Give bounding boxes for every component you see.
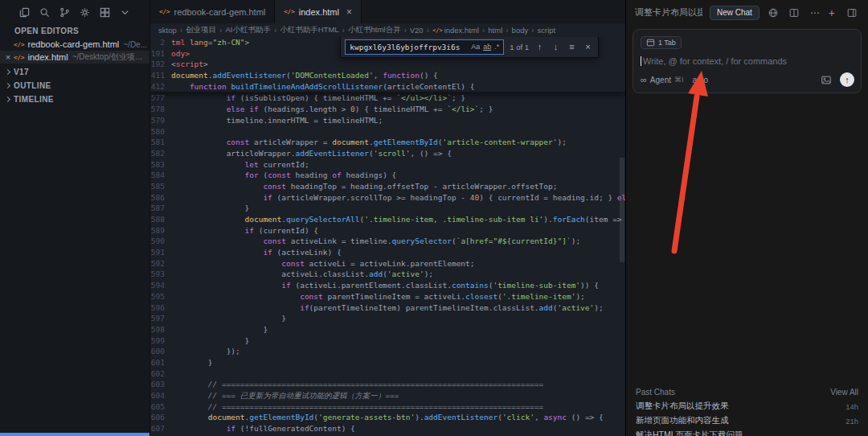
sidebar-item-folder[interactable]: V17 [0, 65, 149, 79]
chat-tab-title[interactable]: 调整卡片布局以提升 [635, 6, 702, 19]
find-in-selection-toggle[interactable]: ≡ [567, 42, 577, 53]
code-line[interactable]: 605 // =================================… [150, 401, 625, 413]
breadcrumb-item[interactable]: sktop [158, 26, 177, 35]
new-chat-button[interactable]: New Chat [710, 6, 760, 20]
code-line[interactable]: 598 } [150, 324, 625, 335]
match-case-toggle[interactable]: Aa [471, 42, 480, 53]
close-tab-icon[interactable]: × [346, 6, 352, 18]
tab-index-html[interactable]: </> index.html × [275, 0, 362, 23]
code-editor[interactable]: 2tml lang="zh-CN">191ody>192<script>411d… [150, 37, 625, 436]
breadcrumb-separator: › [506, 26, 508, 35]
code-line[interactable]: 583 let currentId; [150, 159, 625, 171]
chat-input[interactable]: 1 Tab Write, @ for context, / for comman… [633, 29, 862, 93]
image-icon[interactable] [820, 73, 833, 86]
extensions-grid-icon[interactable] [98, 6, 111, 19]
code-line[interactable]: 599 } [150, 335, 625, 347]
code-line[interactable]: 580 [150, 126, 625, 138]
open-panel-icon[interactable] [845, 6, 858, 19]
breadcrumb-item[interactable]: AI小红书助手 [225, 25, 270, 35]
find-previous-button[interactable]: ↑ [534, 42, 545, 53]
files-icon[interactable] [18, 6, 31, 19]
breadcrumb: sktop›创业项目›AI小红书助手›小红书助手HTML›小红书html合并›V… [150, 23, 625, 37]
sticky-line[interactable]: 192<script> [150, 59, 625, 70]
line-content: const parentTimelineItem = activeLi.clos… [171, 291, 585, 302]
editor-scrollbar[interactable] [620, 158, 624, 262]
code-line[interactable]: 578 else if (headings.length > 0) { time… [150, 104, 625, 115]
past-chat-item[interactable]: 新增页面功能和内容生成21h [636, 413, 858, 428]
timeline-label: TIMELINE [14, 95, 54, 104]
code-line[interactable]: 593 activeLi.classList.add('active'); [150, 269, 625, 280]
code-line[interactable]: 594 if (activeLi.parentElement.classList… [150, 280, 625, 291]
model-selector[interactable]: auto [693, 76, 708, 84]
close-file-icon[interactable]: × [4, 52, 12, 62]
source-control-icon[interactable] [58, 6, 71, 19]
regex-toggle[interactable]: .* [494, 42, 499, 53]
code-line[interactable]: 588 document.querySelectorAll('.timeline… [150, 214, 625, 225]
line-number: 585 [150, 181, 171, 192]
more-actions-icon[interactable] [809, 6, 821, 19]
code-line[interactable]: 591 if (activeLink) { [150, 247, 625, 258]
context-tab-chip[interactable]: 1 Tab [641, 36, 682, 49]
code-line[interactable]: 587 } [150, 203, 625, 214]
code-line[interactable]: 602 [150, 368, 625, 380]
line-content: if (!fullGeneratedContent) { [171, 423, 355, 434]
code-line[interactable]: 590 const activeLink = timeline.querySel… [150, 236, 625, 247]
find-next-button[interactable]: ↓ [551, 42, 561, 53]
breadcrumb-item[interactable]: script [538, 26, 556, 35]
settings-gear-icon[interactable] [78, 6, 91, 19]
code-line[interactable]: 603 // =================================… [150, 379, 625, 390]
past-chat-item[interactable]: 调整卡片布局以提升效果14h [636, 399, 858, 413]
code-line[interactable]: 592 const activeLi = activeLink.parentEl… [150, 258, 625, 269]
breadcrumb-item[interactable]: </>index.html [432, 26, 479, 35]
send-button[interactable]: ↑ [840, 72, 854, 87]
line-number: 607 [150, 423, 171, 434]
open-editor-item[interactable]: × </> index.html ~/Desktop/创业项目/... [0, 51, 149, 64]
open-editors-header[interactable]: OPEN EDITORS [0, 24, 149, 38]
whole-word-toggle[interactable]: ab [483, 42, 491, 53]
code-line[interactable]: 579 timeline.innerHTML = timelineHTML; [150, 115, 625, 126]
past-chats-list: 调整卡片布局以提升效果14h新增页面功能和内容生成21h解决HTML页面卡片下载… [636, 399, 858, 436]
breadcrumb-item[interactable]: V20 [410, 26, 424, 35]
code-line[interactable]: 596 if(parentTimelineItem) parentTimelin… [150, 302, 625, 314]
chevron-down-icon[interactable] [118, 6, 131, 19]
code-line[interactable]: 597 } [150, 313, 625, 324]
line-content: const headingTop = heading.offsetTop - a… [171, 181, 557, 192]
past-chat-item[interactable]: 解决HTML页面卡片下载问题 [636, 428, 858, 436]
code-line[interactable]: 585 const headingTop = heading.offsetTop… [150, 181, 625, 192]
code-line[interactable]: 582 articleWrapper.addEventListener('scr… [150, 148, 625, 159]
split-editor-icon[interactable] [788, 6, 800, 19]
past-chats: Past Chats View All 调整卡片布局以提升效果14h新增页面功能… [626, 385, 868, 436]
breadcrumb-item[interactable]: 小红书助手HTML [280, 25, 338, 35]
sticky-line[interactable]: 412 function buildTimelineAndAddScrollLi… [150, 81, 625, 93]
breadcrumb-item[interactable]: 创业项目 [186, 25, 216, 35]
code-line[interactable]: 584 for (const heading of headings) { [150, 170, 625, 181]
globe-icon[interactable] [767, 6, 780, 19]
agent-mode-selector[interactable]: ∞ Agent ⌘I [641, 75, 684, 84]
add-chat-icon[interactable]: + [829, 7, 835, 19]
code-line[interactable]: 600 }); [150, 346, 625, 357]
sidebar-item-timeline[interactable]: TIMELINE [0, 93, 149, 106]
code-line[interactable]: 589 if (currentId) { [150, 225, 625, 237]
find-input[interactable]: kwpgxl6y3l6ybjoffrpv3i6s Aa ab .* [345, 39, 504, 55]
code-line[interactable]: 606 document.getElementById('generate-as… [150, 412, 625, 423]
code-lines: 577 if (isSublistOpen) { timelineHTML +=… [150, 93, 625, 436]
breadcrumb-item[interactable]: body [512, 26, 529, 35]
code-line[interactable]: 607 if (!fullGeneratedContent) { [150, 423, 625, 434]
agent-icon: ∞ [641, 75, 647, 84]
code-line[interactable]: 604 // === 已更新为带自动重试功能的逻辑（方案一）=== [150, 390, 625, 401]
open-editor-item[interactable]: </> redbook-card-gem.html ~/De... [0, 38, 149, 51]
close-find-icon[interactable]: × [583, 42, 593, 53]
tab-redbook-card-gem[interactable]: </> redbook-card-gem.html [150, 0, 275, 23]
chat-header-actions [767, 6, 821, 19]
code-line[interactable]: 586 if (articleWrapper.scrollTop >= head… [150, 192, 625, 204]
sticky-line[interactable]: 411document.addEventListener('DOMContent… [150, 70, 625, 81]
code-line[interactable]: 595 const parentTimelineItem = activeLi.… [150, 291, 625, 302]
code-line[interactable]: 581 const articleWrapper = document.getE… [150, 137, 625, 148]
search-icon[interactable] [38, 6, 51, 19]
sidebar-item-outline[interactable]: OUTLINE [0, 79, 149, 93]
breadcrumb-item[interactable]: html [488, 26, 502, 35]
code-line[interactable]: 577 if (isSublistOpen) { timelineHTML +=… [150, 93, 625, 104]
breadcrumb-item[interactable]: 小红书html合并 [348, 25, 400, 35]
code-line[interactable]: 601 } [150, 357, 625, 368]
view-all-link[interactable]: View All [830, 388, 858, 397]
